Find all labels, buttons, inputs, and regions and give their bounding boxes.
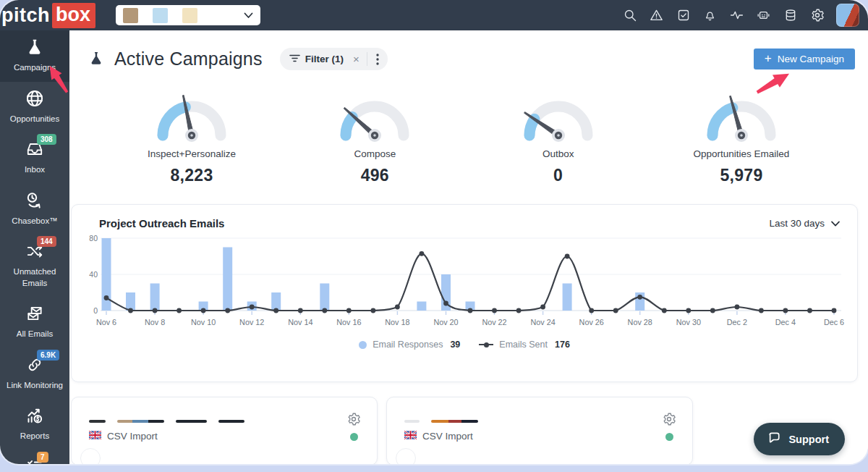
avatar-placeholder — [80, 448, 101, 464]
svg-text:Dec 6: Dec 6 — [824, 318, 844, 326]
chart-plot-area: 04080Nov 6Nov 8Nov 10Nov 12Nov 14Nov 16N… — [72, 229, 857, 338]
svg-text:Nov 16: Nov 16 — [336, 318, 361, 326]
chevron-down-icon — [831, 221, 840, 227]
svg-text:Nov 14: Nov 14 — [288, 318, 312, 326]
reports-icon — [24, 405, 46, 429]
new-campaign-label: New Campaign — [778, 54, 844, 64]
sidebar-item-link-monitoring[interactable]: 6.9K Link Monitoring — [0, 348, 69, 400]
chat-bubble-icon — [767, 431, 782, 448]
sidebar-item-label: All Emails — [17, 329, 53, 340]
badge-count: 6.9K — [37, 350, 59, 361]
date-range-label: Last 30 days — [769, 218, 825, 229]
svg-text:Dec 4: Dec 4 — [775, 318, 796, 326]
redacted-title-bar — [218, 420, 244, 423]
sidebar-item-label: Link Monitoring — [7, 380, 63, 392]
gear-icon[interactable] — [346, 412, 361, 429]
new-campaign-button[interactable]: + New Campaign — [754, 49, 855, 69]
gauge-dial — [694, 88, 789, 146]
gear-icon[interactable] — [662, 412, 676, 429]
legend-label: Email Responses — [373, 340, 443, 350]
workspace-swatch-1 — [123, 8, 138, 23]
sidebar: Campaigns Opportunities308 Inbox Chasebo… — [0, 30, 69, 464]
search-icon[interactable] — [622, 8, 637, 23]
sidebar-item-label: Opportunities — [10, 114, 59, 125]
alert-triangle-icon[interactable] — [649, 8, 664, 23]
uk-flag-icon — [89, 429, 101, 442]
sidebar-item-chasebox[interactable]: Chasebox™ — [0, 184, 69, 235]
sidebar-item-label: Reports — [20, 431, 49, 442]
support-label: Support — [788, 434, 829, 445]
filter-chip-label: Filter (1) — [305, 54, 344, 64]
more-options-kebab-icon[interactable] — [370, 54, 385, 65]
plus-icon: + — [765, 51, 772, 66]
gauge-label: Compose — [354, 148, 396, 159]
logo-text-pitch: pitch — [1, 4, 50, 27]
support-button[interactable]: Support — [754, 423, 845, 455]
bell-icon[interactable] — [702, 8, 718, 23]
robot-icon[interactable] — [756, 8, 771, 23]
svg-text:Nov 30: Nov 30 — [676, 318, 701, 326]
user-avatar[interactable] — [836, 4, 859, 27]
svg-text:Nov 20: Nov 20 — [433, 318, 458, 326]
workspace-swatch-3 — [182, 8, 197, 23]
legend-dot-marker — [359, 341, 367, 349]
sidebar-item-all-emails[interactable]: All Emails — [0, 297, 69, 348]
outreach-chart-card: Project Outreach Emails Last 30 days 040… — [71, 204, 858, 382]
svg-text:80: 80 — [89, 234, 98, 243]
legend-label: Emails Sent — [499, 340, 548, 350]
sidebar-item-unmatched-emails[interactable]: 144 Unmatched Emails — [0, 235, 69, 297]
campaign-card-2[interactable]: CSV Import — [386, 397, 693, 464]
svg-text:Nov 28: Nov 28 — [628, 318, 652, 326]
filter-chip[interactable]: Filter (1) × — [280, 48, 388, 70]
gauge-value: 0 — [553, 166, 563, 185]
date-range-picker[interactable]: Last 30 days — [769, 218, 840, 229]
gauge-outbox: Outbox 0 — [475, 88, 642, 185]
sidebar-item-label: Campaigns — [14, 62, 56, 74]
workspace-selector[interactable] — [116, 5, 260, 25]
page-title: Active Campaigns — [114, 49, 263, 69]
svg-text:Nov 18: Nov 18 — [385, 318, 409, 326]
gauge-opportunities-emailed: Opportunities Emailed 5,979 — [658, 88, 825, 185]
checkbox-icon[interactable] — [676, 8, 691, 23]
svg-text:Nov 22: Nov 22 — [482, 318, 506, 326]
gear-icon[interactable] — [809, 8, 825, 23]
sidebar-item-label: Unmatched Emails — [1, 266, 68, 289]
svg-text:Dec 2: Dec 2 — [727, 318, 747, 326]
sidebar-item-reports[interactable]: Reports — [0, 399, 69, 450]
svg-text:Nov 10: Nov 10 — [191, 318, 216, 326]
campaign-card-1[interactable]: CSV Import — [71, 397, 378, 464]
app-window: pitch box Campaigns Opportunities308 Inb… — [0, 0, 868, 464]
sidebar-item-tasks[interactable]: 7 Tasks — [0, 450, 69, 464]
sidebar-item-inbox[interactable]: 308 Inbox — [0, 132, 69, 184]
sidebar-item-label: Inbox — [25, 164, 45, 176]
emails-icon — [24, 304, 46, 326]
flask-icon — [88, 49, 104, 69]
card-subtitle: CSV Import — [422, 431, 473, 442]
filter-clear-icon[interactable]: × — [349, 53, 364, 65]
chart-title: Project Outreach Emails — [99, 217, 224, 229]
gauge-inspect-personalize: Inspect+Personalize 8,223 — [109, 88, 275, 185]
svg-text:Nov 8: Nov 8 — [145, 318, 165, 326]
gauges-row: Inspect+Personalize 8,223 Compose 496 Ou… — [69, 82, 868, 185]
gauge-label: Inspect+Personalize — [148, 148, 236, 159]
redacted-title-bar — [89, 420, 106, 423]
sidebar-item-opportunities[interactable]: Opportunities — [0, 82, 69, 133]
flask-icon — [25, 37, 44, 60]
card-subtitle: CSV Import — [107, 431, 158, 442]
sidebar-item-label: Chasebox™ — [12, 216, 57, 227]
topbar-icon-group — [622, 0, 825, 30]
gauge-label: Opportunities Emailed — [694, 148, 790, 159]
filter-icon — [289, 53, 300, 66]
pitchbox-logo[interactable]: pitch box — [1, 3, 95, 28]
activity-icon[interactable] — [729, 8, 744, 23]
sidebar-item-campaigns[interactable]: Campaigns — [0, 30, 69, 82]
gauge-dial — [144, 88, 239, 146]
legend-item-email-responses: Email Responses 39 — [359, 340, 460, 350]
chevron-down-icon — [244, 9, 253, 22]
svg-text:Nov 24: Nov 24 — [530, 318, 555, 326]
svg-text:Nov 6: Nov 6 — [96, 318, 116, 326]
main-content: Active Campaigns Filter (1) × + New Camp… — [69, 30, 868, 464]
status-dot — [350, 433, 358, 441]
status-dot — [665, 433, 673, 441]
database-icon[interactable] — [783, 8, 798, 23]
